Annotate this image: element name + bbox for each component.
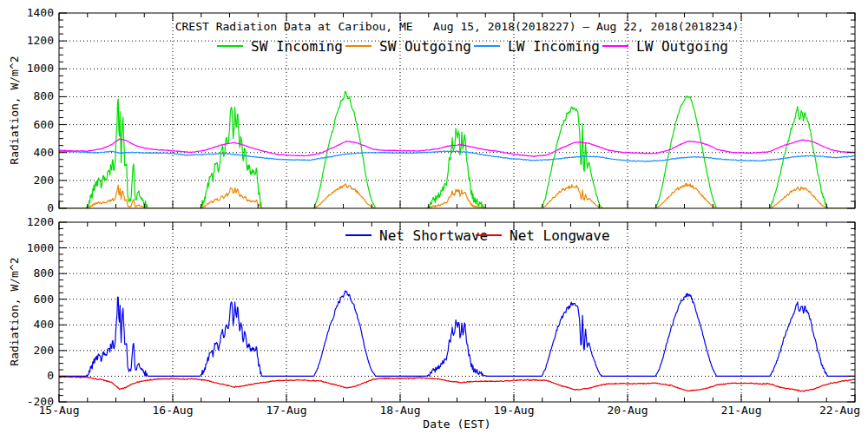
legend-item-net-longwave: Net Longwave	[476, 228, 610, 242]
sw-outgoing-line-sample	[345, 45, 372, 47]
legend-item-sw-outgoing: SW Outgoing	[345, 39, 471, 53]
x-tick-label: 22-Aug	[819, 404, 860, 417]
y-tick-label: 0	[47, 201, 54, 214]
chart-title: CREST Radiation Data at Caribou, ME Aug …	[59, 20, 855, 34]
series-line-net-shortwave	[59, 291, 855, 376]
lw-incoming-line-sample	[474, 45, 500, 47]
legend-label: Net Shortwave	[379, 227, 488, 244]
x-tick-label: 17-Aug	[266, 404, 307, 417]
bottom-y-axis-label: Radiation, W/m^2	[8, 238, 22, 385]
top-y-axis-label: Radiation, W/m^2	[8, 36, 22, 184]
x-tick-label: 18-Aug	[380, 404, 421, 417]
x-tick-label: 20-Aug	[608, 404, 648, 417]
y-tick-label: 400	[34, 318, 54, 331]
net-shortwave-line-sample	[345, 234, 372, 236]
legend-label: LW Incoming	[508, 38, 600, 55]
x-axis-label: Date (EST)	[59, 418, 855, 431]
legend-label: LW Outgoing	[636, 38, 728, 55]
lw-outgoing-line-sample	[602, 45, 628, 47]
x-tick-label: 16-Aug	[153, 404, 194, 417]
y-tick-label: 1000	[27, 62, 54, 75]
legend-label: SW Outgoing	[379, 38, 471, 55]
y-tick-label: 200	[34, 344, 54, 357]
legend-label: Net Longwave	[510, 227, 610, 244]
legend-label: SW Incoming	[251, 38, 343, 55]
radiation-chart-page: 0200400600800100012001400-20002004006008…	[0, 0, 868, 434]
radiation-chart-canvas: 0200400600800100012001400-20002004006008…	[0, 0, 868, 434]
y-tick-label: 800	[34, 89, 54, 102]
x-tick-label: 21-Aug	[721, 404, 762, 417]
panel-frame	[59, 222, 855, 402]
y-tick-label: 200	[34, 174, 54, 187]
y-tick-label: 400	[34, 146, 54, 159]
y-tick-label: 600	[34, 118, 54, 131]
x-tick-label: 19-Aug	[494, 404, 535, 417]
x-tick-label: 15-Aug	[39, 404, 80, 417]
y-tick-label: 600	[34, 293, 54, 306]
sw-incoming-line-sample	[217, 45, 243, 47]
legend-item-sw-incoming: SW Incoming	[217, 39, 343, 53]
axis-ticks	[59, 222, 855, 402]
series-line-net-longwave	[59, 377, 855, 391]
legend-item-lw-outgoing: LW Outgoing	[602, 39, 728, 53]
y-tick-label: 1400	[27, 6, 54, 19]
y-tick-label: 1000	[27, 241, 54, 254]
legend-item-lw-incoming: LW Incoming	[474, 39, 600, 53]
legend-item-net-shortwave: Net Shortwave	[345, 228, 488, 242]
net-longwave-line-sample	[476, 234, 502, 236]
grid-lines	[59, 222, 855, 402]
y-tick-label: 1200	[27, 34, 54, 47]
y-tick-label: 800	[34, 266, 54, 279]
y-tick-label: 0	[47, 369, 54, 382]
y-tick-label: 1200	[27, 215, 54, 228]
